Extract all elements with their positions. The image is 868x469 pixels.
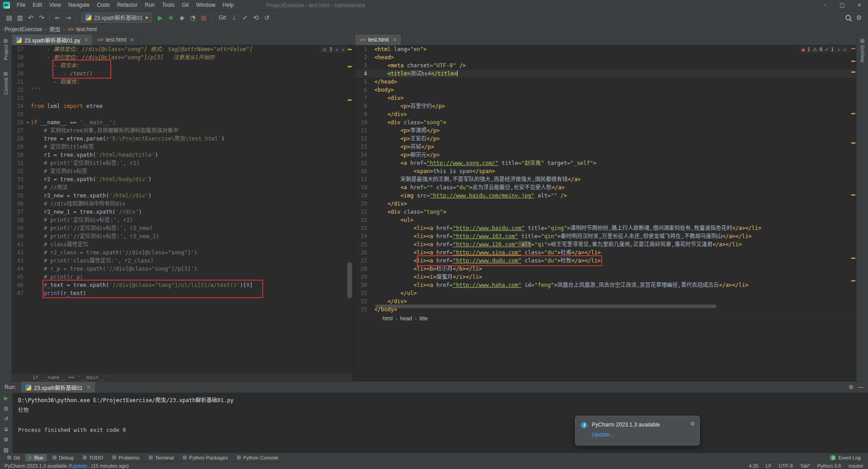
menu-edit[interactable]: Edit (29, 0, 46, 10)
console-output[interactable]: D:\Python36\python.exe E:/ProjectExercis… (18, 395, 866, 452)
line-number[interactable]: 38 (12, 216, 25, 224)
code-line[interactable]: 46 r_text = tree.xpath('//div[@class="ta… (12, 281, 353, 289)
run-settings-icon[interactable]: ⚙ (849, 384, 854, 390)
code-line[interactable]: 7 <div> (355, 94, 856, 102)
line-number[interactable]: 28 (12, 135, 25, 143)
stripe-button-sciview[interactable]: SciView (860, 39, 865, 62)
line-number[interactable]: 7 (355, 94, 369, 102)
line-number[interactable]: 29 (12, 143, 25, 151)
restore-icon[interactable]: ↺ (4, 416, 8, 422)
line-number[interactable]: 46 (12, 281, 25, 289)
menu-navigate[interactable]: Navigate (65, 0, 93, 10)
code-line[interactable]: 28 <li><b>杜小月</b></li> (355, 265, 856, 273)
settings-icon[interactable]: ⚙ (854, 13, 864, 23)
code-line[interactable]: 23 <li><a href="http://www.baidu.com" ti… (355, 224, 856, 232)
line-number[interactable]: 23 (12, 94, 25, 102)
code-line[interactable]: 14 <p>柳宗元</p> (355, 151, 856, 159)
code-line[interactable]: 13 <p>苏轼</p> (355, 143, 856, 151)
menu-window[interactable]: Window (193, 0, 219, 10)
code-line[interactable]: 3 <meta charset="UTF-8" /> (355, 61, 856, 70)
code-line[interactable]: 28 tree = etree.parse(r'E:\ProjectExerci… (12, 135, 353, 143)
line-number[interactable]: 33 (12, 175, 25, 183)
code-line[interactable]: 15 <a href="http://www.song.com/" title=… (355, 159, 856, 167)
code-line[interactable]: 9 </div> (355, 110, 856, 118)
line-number[interactable]: 5 (355, 78, 369, 86)
code-line[interactable]: 31 </ul> (355, 289, 856, 297)
code-line[interactable]: 33 r2 = tree.xpath('/html/body/div') (12, 175, 353, 183)
code-line[interactable]: 39 # print('//定位到div标签:', r2_new) (12, 224, 353, 232)
notification-popup[interactable]: i PyCharm 2023.1.3 available Update... ⚙ (575, 416, 700, 446)
menu-help[interactable]: Help (219, 0, 237, 10)
git-rollback-icon[interactable]: ↺ (261, 13, 272, 23)
line-number[interactable]: 19 (12, 61, 25, 70)
html-editor-pane[interactable]: 1<html lang="en">2<head>3 <meta charset=… (355, 45, 856, 381)
stripe-button-project[interactable]: Project (3, 39, 9, 60)
menu-view[interactable]: View (46, 0, 65, 10)
undo-icon[interactable]: ↶ (25, 13, 36, 23)
line-number[interactable]: 21 (12, 78, 25, 86)
next-issue-button[interactable]: ∨ (843, 47, 846, 52)
line-number[interactable]: 10 (355, 118, 369, 127)
stop-button[interactable]: ■ (198, 13, 209, 23)
line-number[interactable]: 20 (12, 70, 25, 78)
code-line[interactable]: 29 # 定位到title标签 (12, 143, 353, 151)
breadcrumb-item[interactable]: test.html (76, 26, 97, 33)
line-number[interactable]: 32 (12, 167, 25, 175)
line-number[interactable]: 9 (355, 110, 369, 118)
save-all-icon[interactable]: ▥ (14, 13, 25, 23)
code-line[interactable]: 43 # print('class属性定位:', r2_class) (12, 257, 353, 265)
line-number[interactable]: 18 (355, 183, 369, 192)
code-line[interactable]: 31 # print('定位到title标签:', r1) (12, 159, 353, 167)
code-line[interactable]: 18 - 索引定位: //div[@class="song"]/p[3] 注意是… (12, 53, 353, 61)
code-line[interactable]: 45 # print(r_p) (12, 273, 353, 281)
hide-panel-icon[interactable]: — (858, 384, 863, 390)
minimize-button[interactable]: – (816, 0, 834, 10)
line-number[interactable]: 26 (12, 118, 25, 127)
redo-icon[interactable]: ↷ (36, 13, 47, 23)
line-number[interactable]: 22 (12, 86, 25, 94)
python-editor-pane[interactable]: 17 - 属性定位: //div[@class="song"] 格式: tag[… (12, 45, 353, 381)
prev-issue-button[interactable]: ∧ (335, 47, 339, 52)
code-line[interactable]: 21 <div class="tang"> (355, 208, 856, 216)
close-button[interactable]: × (851, 0, 868, 10)
code-line[interactable]: 18 <a href="" class="du">总为浮云能蔽日,长安不见使人愁… (355, 183, 856, 192)
line-number[interactable]: 8 (355, 102, 369, 110)
inspection-widget[interactable]: ● 1 ⚠ 8 ✔ 1 ∧ ∨ (799, 46, 849, 53)
line-number[interactable]: 36 (12, 200, 25, 208)
line-number[interactable]: 39 (12, 224, 25, 232)
menu-code[interactable]: Code (93, 0, 113, 10)
line-number[interactable]: 27 (355, 257, 369, 265)
line-number[interactable]: 16 (355, 167, 369, 175)
status-item-tab*[interactable]: Tab* (800, 463, 810, 469)
code-line[interactable]: 47 print(r_text) (12, 289, 353, 297)
code-line[interactable]: 4 <title>测试bs4</title> (355, 70, 856, 78)
menu-refactor[interactable]: Refactor (113, 0, 141, 10)
code-line[interactable]: 5</head> (355, 78, 856, 86)
run-line-icon[interactable]: ▶ (25, 118, 31, 127)
code-line[interactable]: 26 <li><a href="http://www.sina.com" cla… (355, 249, 856, 257)
line-number[interactable]: 25 (12, 110, 25, 118)
code-line[interactable]: 25 (12, 110, 353, 118)
breadcrumb-item[interactable]: head (400, 315, 412, 322)
toolwindow-button-debug[interactable]: Debug (49, 454, 77, 461)
code-line[interactable]: 20 - /text() (12, 70, 353, 78)
line-number[interactable]: 2 (355, 53, 369, 61)
line-number[interactable]: 20 (355, 200, 369, 208)
line-number[interactable]: 13 (355, 143, 369, 151)
horizontal-scrollbar[interactable] (375, 305, 849, 309)
code-line[interactable]: 42 # r2_class = tree.xpath('//div[@class… (12, 249, 353, 257)
git-history-icon[interactable]: ⟲ (250, 13, 261, 23)
line-number[interactable]: 30 (12, 151, 25, 159)
line-number[interactable]: 26 (355, 249, 369, 257)
breadcrumb-item[interactable]: html (382, 315, 393, 322)
debug-button[interactable]: ◉ (165, 13, 176, 23)
line-number[interactable]: 15 (355, 159, 369, 167)
line-number[interactable]: 24 (355, 232, 369, 240)
code-line[interactable]: 27 <li><a href="http://www.dudu.com" cla… (355, 257, 856, 265)
next-issue-button[interactable]: ∨ (341, 47, 344, 52)
code-line[interactable]: 16 <span>this is span</span> (355, 167, 856, 175)
line-number[interactable]: 47 (12, 289, 25, 297)
coverage-button[interactable]: ◈ (176, 13, 187, 23)
line-number[interactable]: 45 (12, 273, 25, 281)
line-number[interactable]: 11 (355, 127, 369, 135)
